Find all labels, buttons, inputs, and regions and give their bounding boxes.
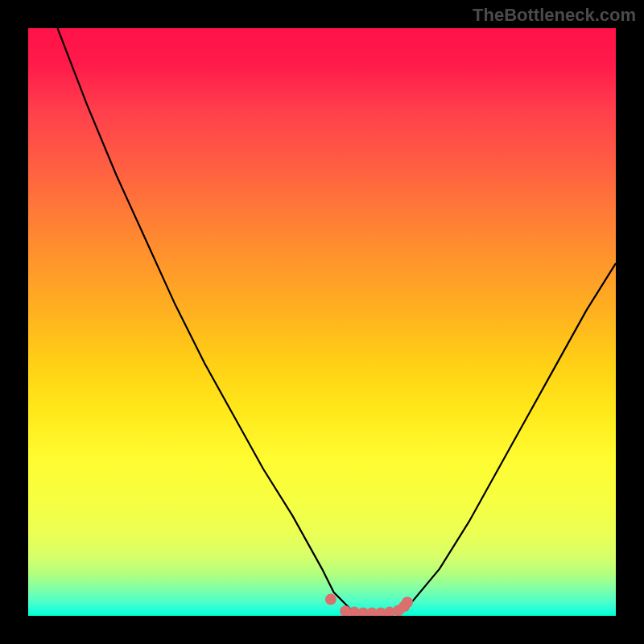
chart-container: [28, 28, 616, 616]
app-frame: TheBottleneck.com: [0, 0, 644, 644]
valley-dot: [402, 597, 413, 608]
chart-svg: [28, 28, 616, 616]
watermark-text: TheBottleneck.com: [473, 5, 636, 26]
bottleneck-curve-path: [58, 28, 617, 616]
valley-dot: [325, 594, 336, 605]
